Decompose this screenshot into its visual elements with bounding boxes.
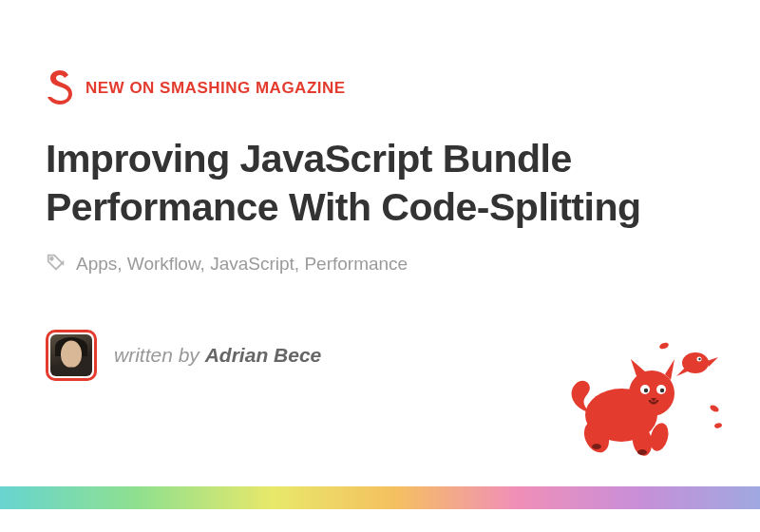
svg-point-3 — [698, 358, 700, 360]
author-avatar — [46, 330, 97, 381]
smashing-logo-icon — [46, 68, 74, 108]
svg-point-15 — [660, 389, 664, 392]
rainbow-divider — [0, 486, 760, 509]
eyebrow-label: NEW ON SMASHING MAGAZINE — [86, 79, 346, 98]
svg-point-14 — [644, 389, 648, 392]
svg-point-5 — [709, 404, 720, 413]
byline: written by Adrian Bece — [114, 344, 321, 367]
svg-point-17 — [637, 449, 647, 455]
svg-point-4 — [658, 341, 669, 350]
tags-row: Apps, Workflow, JavaScript, Performance — [46, 252, 714, 276]
article-title: Improving JavaScript Bundle Performance … — [46, 135, 714, 233]
header-row: NEW ON SMASHING MAGAZINE — [46, 68, 714, 108]
cat-bird-illustration — [555, 334, 726, 467]
author-name: Adrian Bece — [205, 344, 322, 366]
svg-point-6 — [713, 423, 722, 429]
svg-point-8 — [629, 370, 674, 416]
tags-list: Apps, Workflow, JavaScript, Performance — [76, 254, 408, 275]
tag-icon — [46, 252, 66, 276]
svg-point-16 — [592, 444, 601, 449]
byline-prefix: written by — [114, 344, 205, 366]
svg-point-0 — [50, 256, 53, 259]
